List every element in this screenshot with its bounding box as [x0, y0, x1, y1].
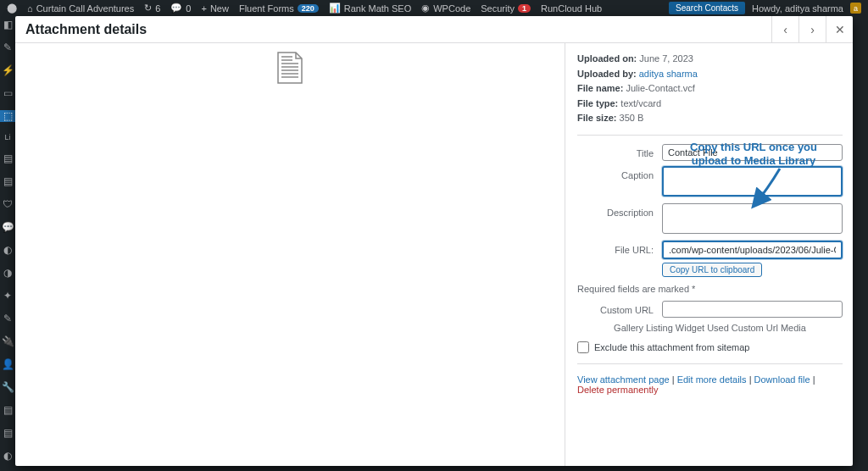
admin-sidebar: ◧ ✎ ⚡ ▭ ⬚ Li ▤ ▤ 🛡 💬 ◐ ◑ ✦ ✎ 🔌 👤 🔧 ▤ ▤ ◐…	[0, 16, 15, 471]
view-attachment-link[interactable]: View attachment page	[577, 374, 670, 385]
item-icon[interactable]: ◑	[2, 267, 14, 279]
jetpack-icon[interactable]: ⚡	[2, 64, 14, 76]
gallery-note: Gallery Listing Widget Used Custom Url M…	[577, 323, 843, 333]
description-input[interactable]	[662, 203, 843, 234]
file-size-label: File size:	[577, 113, 616, 123]
delete-permanently-link[interactable]: Delete permanently	[577, 385, 658, 395]
posts-icon[interactable]: ✎	[2, 42, 14, 53]
wp-logo[interactable]: ⬤	[7, 3, 17, 14]
attachment-meta: Uploaded on: June 7, 2023 Uploaded by: a…	[577, 52, 843, 136]
next-button[interactable]: ›	[798, 16, 826, 43]
caption-label: Caption	[577, 166, 662, 180]
item-icon[interactable]: ◐	[2, 450, 14, 462]
howdy-item[interactable]: Howdy, aditya sharma a	[752, 3, 861, 14]
library-label[interactable]: Li	[2, 133, 14, 141]
media-icon[interactable]: ⬚	[0, 110, 15, 122]
shield-icon[interactable]: 🛡	[2, 198, 14, 210]
plus-icon: +	[201, 3, 206, 14]
item-icon[interactable]: ✦	[2, 290, 14, 302]
file-name-value: Julie-Contact.vcf	[626, 83, 694, 93]
uploaded-by-link[interactable]: aditya sharma	[639, 69, 698, 79]
new-label: New	[210, 3, 229, 14]
modal-header: Attachment details ‹ › ✕	[15, 16, 853, 43]
comments-count: 0	[186, 3, 191, 14]
tools-icon[interactable]: 🔧	[2, 381, 14, 393]
chart-icon: 📊	[329, 3, 341, 14]
exclude-sitemap-row: Exclude this attachment from sitemap	[577, 341, 843, 364]
search-contacts-button[interactable]: Search Contacts	[669, 2, 745, 14]
refresh-icon: ↻	[144, 3, 152, 14]
file-type-value: text/vcard	[620, 98, 661, 108]
updates-item[interactable]: ↻ 6	[144, 3, 160, 14]
wpcode-label: WPCode	[433, 3, 470, 14]
file-url-input[interactable]	[662, 241, 843, 259]
fluent-forms-item[interactable]: Fluent Forms 220	[239, 3, 319, 14]
document-icon	[277, 52, 303, 84]
custom-url-input[interactable]	[662, 301, 843, 318]
attachment-actions: View attachment page | Edit more details…	[577, 374, 843, 395]
appearance-icon[interactable]: ✎	[2, 313, 14, 324]
fluent-badge: 220	[298, 4, 319, 13]
avatar: a	[850, 3, 861, 14]
description-label: Description	[577, 203, 662, 218]
new-item[interactable]: + New	[201, 3, 228, 14]
item-icon[interactable]: ▤	[2, 175, 14, 187]
copy-url-button[interactable]: Copy URL to clipboard	[662, 263, 762, 277]
rank-math-item[interactable]: 📊 Rank Math SEO	[329, 3, 411, 14]
comments-item[interactable]: 💬 0	[170, 3, 191, 14]
admin-bar: ⬤ ⌂ Curtain Call Adventures ↻ 6 💬 0 + Ne…	[0, 0, 868, 16]
item-icon[interactable]: ▤	[2, 404, 14, 416]
custom-url-label: Custom URL	[577, 301, 662, 315]
runcloud-item[interactable]: RunCloud Hub	[541, 3, 602, 14]
file-url-row: File URL: Copy URL to clipboard	[577, 241, 843, 277]
home-icon: ⌂	[27, 3, 33, 14]
howdy-text: Howdy, aditya sharma	[752, 3, 843, 14]
caption-input[interactable]	[662, 166, 843, 197]
required-fields-note: Required fields are marked *	[577, 284, 843, 294]
file-url-label: File URL:	[577, 241, 662, 255]
wpcode-icon: ◉	[421, 3, 430, 14]
fluent-label: Fluent Forms	[239, 3, 294, 14]
attachment-details-pane: Uploaded on: June 7, 2023 Uploaded by: a…	[565, 43, 853, 466]
users-icon[interactable]: 👤	[2, 358, 14, 370]
file-name-label: File name:	[577, 83, 623, 93]
attachment-details-modal: Attachment details ‹ › ✕	[15, 16, 853, 466]
security-label: Security	[481, 3, 515, 14]
exclude-sitemap-checkbox[interactable]	[577, 341, 589, 353]
edit-more-link[interactable]: Edit more details	[677, 374, 747, 385]
uploaded-by-label: Uploaded by:	[577, 69, 637, 79]
file-type-label: File type:	[577, 98, 618, 108]
uploaded-on-value: June 7, 2023	[639, 53, 693, 64]
modal-title: Attachment details	[15, 22, 771, 37]
site-name-text: Curtain Call Adventures	[36, 3, 135, 14]
title-row: Title	[577, 144, 843, 161]
description-row: Description	[577, 203, 843, 236]
title-label: Title	[577, 144, 662, 158]
close-button[interactable]: ✕	[826, 16, 853, 43]
updates-count: 6	[155, 3, 160, 14]
rank-math-label: Rank Math SEO	[344, 3, 411, 14]
security-item[interactable]: Security 1	[481, 3, 531, 14]
pages-icon[interactable]: ▭	[2, 87, 14, 99]
wpcode-item[interactable]: ◉ WPCode	[421, 3, 470, 14]
comment-icon: 💬	[170, 3, 182, 14]
custom-url-row: Custom URL	[577, 301, 843, 318]
uploaded-on-label: Uploaded on:	[577, 53, 637, 64]
file-size-value: 350 B	[620, 113, 644, 123]
attachment-preview	[15, 43, 565, 466]
item-icon[interactable]: ◐	[2, 244, 14, 256]
prev-button[interactable]: ‹	[771, 16, 798, 43]
item-icon[interactable]: ▤	[2, 427, 14, 439]
item-icon[interactable]: ▤	[2, 152, 14, 164]
caption-row: Caption	[577, 166, 843, 198]
exclude-sitemap-label: Exclude this attachment from sitemap	[594, 342, 749, 352]
title-input[interactable]	[662, 144, 843, 161]
modal-body: Uploaded on: June 7, 2023 Uploaded by: a…	[15, 43, 853, 466]
comments-icon[interactable]: 💬	[2, 221, 14, 233]
site-name-item[interactable]: ⌂ Curtain Call Adventures	[27, 3, 134, 14]
security-badge: 1	[518, 4, 531, 13]
download-file-link[interactable]: Download file	[754, 374, 810, 385]
plugins-icon[interactable]: 🔌	[2, 335, 14, 347]
dashboard-icon[interactable]: ◧	[2, 19, 14, 30]
runcloud-label: RunCloud Hub	[541, 3, 602, 14]
